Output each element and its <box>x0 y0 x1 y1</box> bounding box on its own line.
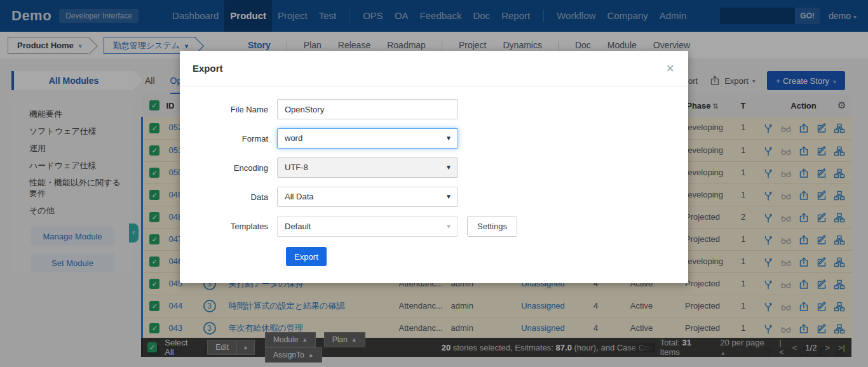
modal-body: File Name Format word▼ Encoding UTF-8▼ D… <box>180 86 688 266</box>
modal-export-button[interactable]: Export <box>286 247 327 266</box>
data-select[interactable]: All Data▼ <box>277 187 458 207</box>
chevron-down-icon: ▼ <box>445 158 452 177</box>
chevron-down-icon: ▼ <box>445 187 452 206</box>
format-select[interactable]: word▼ <box>277 128 458 149</box>
chevron-down-icon: ▼ <box>445 129 452 148</box>
modal-header: Export × <box>180 51 688 86</box>
encoding-select[interactable]: UTF-8▼ <box>277 157 458 178</box>
close-icon[interactable]: × <box>666 51 674 86</box>
app-window: Demo Developer Interface Dashboard Produ… <box>0 0 868 367</box>
templates-select[interactable]: Default▼ <box>277 216 458 237</box>
settings-button[interactable]: Settings <box>467 216 517 237</box>
export-modal: Export × File Name Format word▼ Encoding… <box>180 51 688 283</box>
data-label: Data <box>180 192 277 202</box>
file-name-label: File Name <box>180 105 277 114</box>
chevron-down-icon: ▼ <box>445 217 452 236</box>
encoding-label: Encoding <box>180 163 277 173</box>
templates-label: Templates <box>180 222 277 231</box>
modal-title: Export <box>193 63 223 74</box>
file-name-input[interactable] <box>277 99 458 119</box>
format-label: Format <box>180 134 277 143</box>
